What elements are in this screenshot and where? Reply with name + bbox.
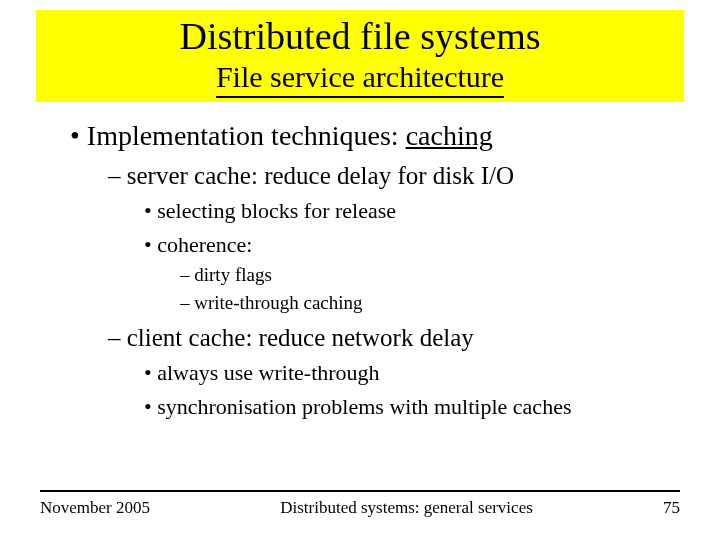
bullet-level2: client cache: reduce network delay	[108, 324, 720, 352]
footer-row: November 2005 Distributed systems: gener…	[40, 498, 680, 518]
footer-center: Distributed systems: general services	[280, 498, 533, 518]
bullet-underlined: caching	[406, 120, 493, 151]
bullet-level3: always use write-through	[144, 360, 720, 386]
bullet-level3: selecting blocks for release	[144, 198, 720, 224]
footer-page: 75	[663, 498, 680, 518]
slide-title: Distributed file systems	[36, 16, 684, 58]
footer-date: November 2005	[40, 498, 150, 518]
slide-content: Implementation techniques: caching serve…	[0, 102, 720, 420]
bullet-level3: coherence:	[144, 232, 720, 258]
bullet-level2: server cache: reduce delay for disk I/O	[108, 162, 720, 190]
bullet-level4: dirty flags	[180, 264, 720, 286]
slide-footer: November 2005 Distributed systems: gener…	[0, 490, 720, 518]
bullet-text: Implementation techniques:	[87, 120, 406, 151]
bullet-level4: write-through caching	[180, 292, 720, 314]
slide-subtitle: File service architecture	[216, 60, 504, 98]
slide-header: Distributed file systems File service ar…	[36, 10, 684, 102]
bullet-level3: synchronisation problems with multiple c…	[144, 394, 720, 420]
bullet-level1: Implementation techniques: caching	[70, 120, 720, 152]
footer-divider	[40, 490, 680, 492]
